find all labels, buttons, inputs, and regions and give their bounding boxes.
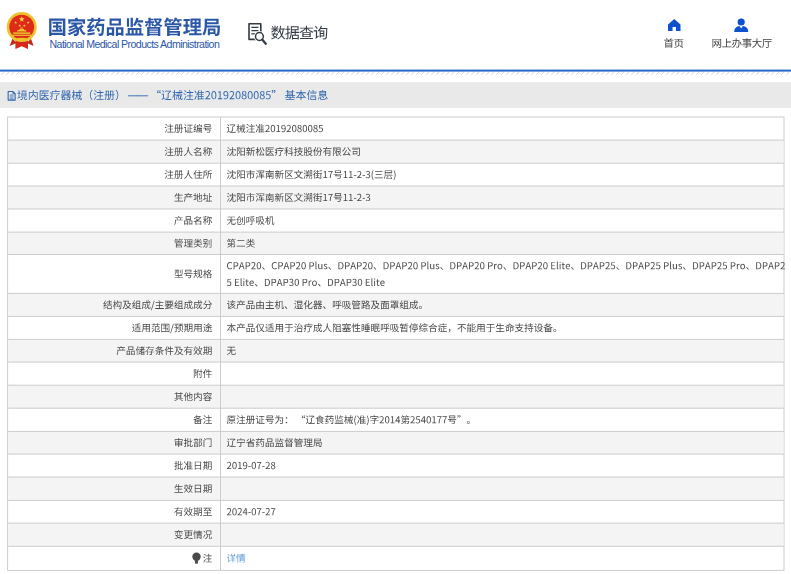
svg-text:National Medical Products Admi: National Medical Products Administration	[50, 38, 220, 50]
